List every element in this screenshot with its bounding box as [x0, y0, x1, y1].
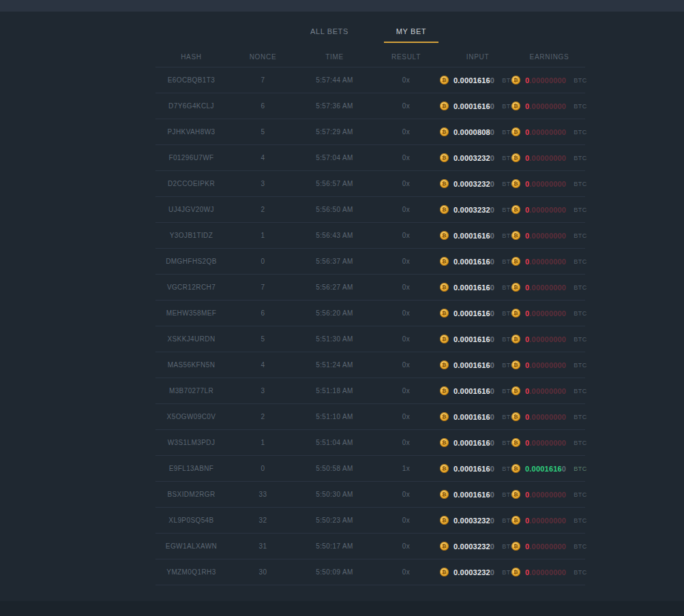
bet-input-amount-main: 0.0003232	[453, 517, 490, 525]
bet-input-amount-trailing: 0	[490, 180, 494, 188]
bet-input: ₿ 0.00016160 BTC	[442, 283, 514, 292]
bet-nonce: 1	[227, 232, 299, 239]
bet-row: UJ4JGV20WJ 2 5:56:50 AM 0x ₿ 0.00032320 …	[155, 196, 585, 222]
bet-row: MAS56KFN5N 4 5:51:24 AM 0x ₿ 0.00016160 …	[155, 352, 585, 378]
bet-hash[interactable]: Y3OJB1TIDZ	[155, 232, 227, 239]
bet-earnings-amount: 0.00000000	[525, 335, 566, 343]
bet-time: 5:56:50 AM	[299, 206, 370, 213]
bet-input: ₿ 0.00032320 BTC	[442, 516, 514, 525]
bet-row: D7Y6G4KCLJ 6 5:57:36 AM 0x ₿ 0.00016160 …	[155, 93, 585, 119]
bet-input-amount-main: 0.0003232	[453, 154, 490, 162]
bet-earnings: ₿ 0.00000000 BTC	[514, 179, 585, 188]
bet-hash[interactable]: BSXIDM2RGR	[155, 491, 227, 498]
tab-all-bets[interactable]: ALL BETS	[302, 23, 357, 43]
bet-earnings-amount-trailing: .00000000	[529, 206, 566, 214]
bet-time: 5:56:37 AM	[299, 258, 370, 265]
bet-earnings-amount: 0.00000000	[525, 568, 566, 576]
currency-label: BTC	[574, 77, 587, 84]
bet-row: X5OGW09C0V 2 5:51:10 AM 0x ₿ 0.00016160 …	[155, 403, 585, 429]
bet-earnings-amount-trailing: .00000000	[529, 76, 566, 84]
tab-my-bet[interactable]: MY BET	[384, 23, 438, 43]
bet-result: 0x	[370, 568, 442, 576]
bet-result: 0x	[370, 387, 442, 395]
btc-coin-icon: ₿	[440, 309, 449, 318]
bet-input-amount-main: 0.0001616	[453, 258, 490, 266]
bet-hash[interactable]: F01296U7WF	[155, 154, 227, 161]
bet-hash[interactable]: UJ4JGV20WJ	[155, 206, 227, 213]
bet-input: ₿ 0.00016160 BTC	[442, 490, 514, 499]
currency-label: BTC	[574, 414, 587, 420]
bet-input-amount: 0.00032320	[453, 180, 494, 188]
bet-input: ₿ 0.00032320 BTC	[442, 205, 514, 214]
bet-input-amount-trailing: 0	[490, 439, 494, 447]
bet-hash[interactable]: E9FL13ABNF	[155, 465, 227, 472]
bet-row: BSXIDM2RGR 33 5:50:30 AM 0x ₿ 0.00016160…	[155, 481, 585, 507]
bet-input-amount-main: 0.0001616	[453, 465, 490, 473]
bet-hash[interactable]: XL9P0SQ54B	[155, 517, 227, 524]
bet-hash[interactable]: E6OCBQB1T3	[155, 76, 227, 84]
bet-input-amount-trailing: 0	[490, 128, 494, 136]
bet-nonce: 2	[227, 413, 299, 420]
bet-earnings-amount-trailing: .00000000	[529, 258, 566, 266]
bet-earnings-amount-trailing: .00000000	[529, 413, 566, 421]
bet-nonce: 3	[227, 180, 299, 187]
bet-earnings: ₿ 0.00000000 BTC	[514, 231, 585, 240]
bet-hash[interactable]: PJHKVAH8W3	[155, 128, 227, 136]
bet-input: ₿ 0.00016160 BTC	[442, 102, 514, 110]
currency-label: BTC	[574, 129, 587, 136]
bet-input-amount-main: 0.0001616	[453, 102, 490, 110]
bet-hash[interactable]: X5OGW09C0V	[155, 413, 227, 420]
bet-input-amount: 0.00016160	[453, 439, 494, 447]
bet-input-amount-trailing: 0	[490, 309, 494, 318]
bet-input-amount-main: 0.0001616	[453, 309, 490, 318]
bet-row: MEHW358MEF 6 5:56:20 AM 0x ₿ 0.00016160 …	[155, 300, 585, 326]
bet-result: 0x	[370, 309, 442, 317]
bet-input-amount: 0.00016160	[453, 387, 494, 395]
bet-nonce: 2	[227, 206, 299, 213]
bet-earnings-amount: 0.00000000	[525, 309, 566, 318]
bet-hash[interactable]: XSKKJ4URDN	[155, 335, 227, 343]
bets-table-body: E6OCBQB1T3 7 5:57:44 AM 0x ₿ 0.00016160 …	[155, 67, 585, 585]
btc-coin-icon: ₿	[440, 438, 449, 447]
bet-earnings: ₿ 0.00000000 BTC	[514, 153, 585, 162]
bet-hash[interactable]: MAS56KFN5N	[155, 361, 227, 369]
bet-input-amount-main: 0.0001616	[453, 76, 490, 84]
bet-time: 5:51:24 AM	[299, 361, 370, 369]
btc-coin-icon: ₿	[511, 490, 520, 499]
bet-input-amount: 0.00016160	[453, 283, 494, 292]
bet-hash[interactable]: YMZM0Q1RH3	[155, 568, 227, 576]
bet-earnings-amount-trailing: .00000000	[529, 542, 566, 551]
bet-nonce: 0	[227, 465, 299, 472]
bottom-bar	[0, 601, 684, 616]
bet-earnings-amount-trailing: .00000000	[529, 180, 566, 188]
btc-coin-icon: ₿	[511, 568, 520, 576]
bet-hash[interactable]: MEHW358MEF	[155, 309, 227, 317]
bet-hash[interactable]: W3S1LM3PDJ	[155, 439, 227, 446]
bet-earnings-amount: 0.00000000	[525, 517, 566, 525]
currency-label: BTC	[574, 517, 587, 524]
bet-hash[interactable]: DMGHFHS2QB	[155, 258, 227, 265]
bet-input-amount-main: 0.0001616	[453, 387, 490, 395]
bet-earnings-amount: 0.00000000	[525, 491, 566, 499]
bet-result: 0x	[370, 335, 442, 343]
bet-row: D2CCOEIPKR 3 5:56:57 AM 0x ₿ 0.00032320 …	[155, 170, 585, 196]
bet-earnings: ₿ 0.00000000 BTC	[514, 76, 585, 84]
currency-label: BTC	[574, 284, 587, 291]
bet-result: 0x	[370, 361, 442, 369]
bet-hash[interactable]: EGW1ALXAWN	[155, 542, 227, 550]
bet-input-amount-trailing: 0	[490, 387, 494, 395]
top-bar	[0, 0, 684, 12]
bet-input-amount-trailing: 0	[490, 154, 494, 162]
bet-input: ₿ 0.00032320 BTC	[442, 568, 514, 576]
bet-earnings-amount-trailing: 0	[562, 465, 566, 473]
bet-input-amount-trailing: 0	[490, 335, 494, 343]
btc-coin-icon: ₿	[440, 335, 449, 343]
table-header: HASH NONCE TIME RESULT INPUT EARNINGS	[155, 47, 585, 67]
bet-hash[interactable]: D7Y6G4KCLJ	[155, 102, 227, 110]
bet-hash[interactable]: D2CCOEIPKR	[155, 180, 227, 187]
bet-hash[interactable]: VGCR12RCH7	[155, 283, 227, 291]
bet-time: 5:51:30 AM	[299, 335, 370, 343]
currency-label: BTC	[574, 181, 587, 187]
bet-hash[interactable]: M3B70277LR	[155, 387, 227, 395]
bet-earnings: ₿ 0.00000000 BTC	[514, 568, 585, 576]
